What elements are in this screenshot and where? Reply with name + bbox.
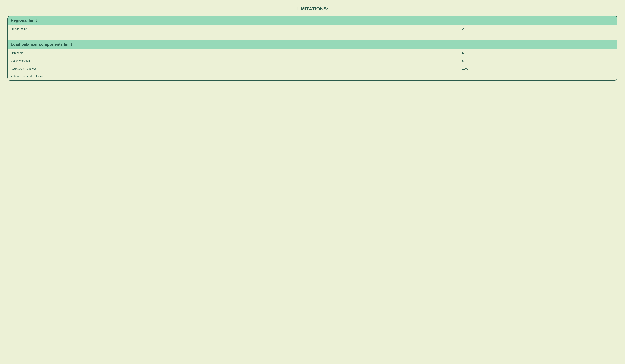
table-row: Registered Instances 1000 [8, 65, 617, 73]
row-value: 1000 [459, 65, 617, 73]
table-row: Subnets per availability Zone 1 [8, 73, 617, 81]
page-title: LIMITATIONS: [7, 6, 618, 12]
limits-table: Regional limit LB per region 20 Load bal… [7, 16, 618, 81]
row-value: 50 [459, 49, 617, 57]
table-row: LB per region 20 [8, 25, 617, 33]
section-header-components: Load balancer components limit [8, 40, 617, 49]
row-value: 1 [459, 73, 617, 81]
table-row: Lisnteners 50 [8, 49, 617, 57]
row-value: 5 [459, 57, 617, 65]
row-label: Subnets per availability Zone [8, 73, 459, 81]
table-row: Security groups 5 [8, 57, 617, 65]
row-label: Security groups [8, 57, 459, 65]
section-spacer [8, 33, 617, 40]
section-header-regional: Regional limit [8, 16, 617, 25]
row-label: LB per region [8, 25, 459, 33]
row-value: 20 [459, 25, 617, 33]
row-label: Lisnteners [8, 49, 459, 57]
row-label: Registered Instances [8, 65, 459, 73]
